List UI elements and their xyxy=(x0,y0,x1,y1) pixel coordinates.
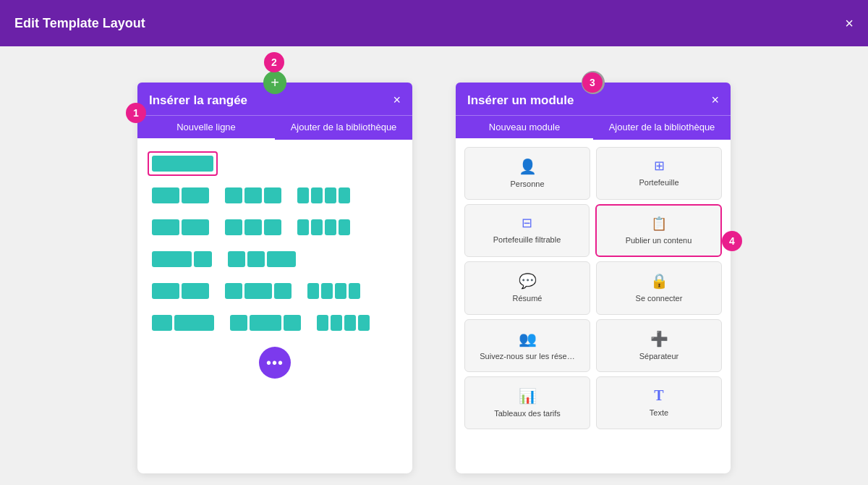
insert-row-panel: 2 + Insérer la rangée × Nouvelle ligne A… xyxy=(137,83,412,473)
module-row-3: 💬 Résumé 🔒 Se connecter xyxy=(464,261,722,314)
insert-row-title: Insérer la rangée xyxy=(149,93,247,108)
grid-row-1 xyxy=(148,151,402,176)
module-portefeuille[interactable]: ⊞ Portefeuille xyxy=(596,147,722,200)
module-tarifs-label: Tableaux des tarifs xyxy=(494,409,561,418)
tab-nouvelle-ligne[interactable]: Nouvelle ligne xyxy=(137,116,275,140)
pricing-icon: 📊 xyxy=(519,387,537,405)
module-resume[interactable]: 💬 Résumé xyxy=(464,261,590,314)
layout-3col-e[interactable] xyxy=(226,311,305,335)
tab-nouveau-module[interactable]: Nouveau module xyxy=(456,116,593,140)
module-grid: 👤 Personne ⊞ Portefeuille ⊟ Portefeuille… xyxy=(456,140,731,445)
step-badge-1: 1 xyxy=(126,103,146,123)
layout-3col-b[interactable] xyxy=(221,215,286,240)
add-row-button[interactable]: + xyxy=(263,71,286,94)
module-row-5: 📊 Tableaux des tarifs T Texte xyxy=(464,376,722,429)
grid-layout-options xyxy=(137,140,412,354)
page-title: Edit Template Layout xyxy=(14,16,145,31)
text-icon: T xyxy=(654,387,663,404)
social-icon: 👥 xyxy=(519,330,537,347)
app-header: Edit Template Layout × xyxy=(0,0,868,46)
module-resume-label: Résumé xyxy=(513,294,542,303)
layout-1col[interactable] xyxy=(148,151,218,176)
filtered-portfolio-icon: ⊟ xyxy=(522,215,532,231)
module-personne-label: Personne xyxy=(510,180,544,189)
layout-2col-e[interactable] xyxy=(148,311,218,335)
portfolio-icon: ⊞ xyxy=(654,158,665,174)
separator-icon: ➕ xyxy=(650,330,668,347)
module-publier-contenu[interactable]: 📋 Publier un contenu xyxy=(595,204,722,257)
grid-row-6 xyxy=(148,311,402,335)
grid-row-3 xyxy=(148,215,402,240)
module-tableaux-tarifs[interactable]: 📊 Tableaux des tarifs xyxy=(464,376,590,429)
step-badge-3: 3 xyxy=(582,72,603,93)
right-panel-wrapper: 3 + Insérer un module × Nouveau module A… xyxy=(456,83,731,473)
layout-2col-d[interactable] xyxy=(148,279,213,303)
module-separateur[interactable]: ➕ Séparateur xyxy=(596,319,722,372)
tab-ajouter-bibliotheque-left[interactable]: Ajouter de la bibliothèque xyxy=(275,116,412,140)
insert-row-tabs: Nouvelle ligne Ajouter de la bibliothèqu… xyxy=(137,115,412,140)
close-button[interactable]: × xyxy=(845,16,854,30)
step-badge-2: 2 xyxy=(264,52,284,72)
module-texte-label: Texte xyxy=(650,408,668,418)
module-suivez-nous[interactable]: 👥 Suivez-nous sur les rése… xyxy=(464,319,590,372)
grid-row-5 xyxy=(148,279,402,303)
layout-4col-a[interactable] xyxy=(293,183,354,208)
module-separateur-label: Séparateur xyxy=(639,352,678,361)
left-panel-wrapper: 1 2 + Insérer la rangée × Nouvelle ligne… xyxy=(137,83,412,473)
publish-icon: 📋 xyxy=(651,216,667,232)
grid-row-2 xyxy=(148,183,402,208)
insert-module-panel: + Insérer un module × Nouveau module Ajo… xyxy=(456,83,731,473)
layout-4col-c[interactable] xyxy=(303,279,365,303)
module-texte[interactable]: T Texte xyxy=(596,376,722,429)
module-connecter-label: Se connecter xyxy=(636,294,683,303)
block-1col xyxy=(152,156,213,172)
layout-2col-a[interactable] xyxy=(148,183,213,208)
login-icon: 🔒 xyxy=(650,272,668,290)
grid-row-4 xyxy=(148,247,402,271)
module-publier-label: Publier un contenu xyxy=(626,236,692,245)
module-suivez-label: Suivez-nous sur les rése… xyxy=(480,352,574,361)
close-insert-row[interactable]: × xyxy=(393,93,401,108)
step-badge-4: 4 xyxy=(722,231,742,251)
resume-icon: 💬 xyxy=(519,272,537,290)
module-filtrable-label: Portefeuille filtrable xyxy=(493,235,561,245)
person-icon: 👤 xyxy=(519,158,537,175)
layout-3col-d[interactable] xyxy=(221,279,296,303)
tab-ajouter-bibliotheque-right[interactable]: Ajouter de la bibliothèque xyxy=(593,116,731,140)
layout-2col-c[interactable] xyxy=(148,247,216,271)
module-personne[interactable]: 👤 Personne xyxy=(464,147,590,200)
close-insert-module[interactable]: × xyxy=(711,93,719,108)
layout-3col-a[interactable] xyxy=(221,183,286,208)
module-se-connecter[interactable]: 🔒 Se connecter xyxy=(596,261,722,314)
module-row-1: 👤 Personne ⊞ Portefeuille xyxy=(464,147,722,200)
module-portefeuille-filtrable[interactable]: ⊟ Portefeuille filtrable xyxy=(464,204,590,257)
layout-4col-d[interactable] xyxy=(312,311,374,335)
module-row-2: ⊟ Portefeuille filtrable 📋 Publier un co… xyxy=(464,204,722,257)
dots-menu-button[interactable]: ••• xyxy=(259,347,291,379)
layout-4col-b[interactable] xyxy=(293,215,354,240)
module-row-4: 👥 Suivez-nous sur les rése… ➕ Séparateur xyxy=(464,319,722,372)
insert-module-tabs: Nouveau module Ajouter de la bibliothèqu… xyxy=(456,115,731,140)
insert-module-title: Insérer un module xyxy=(467,93,574,108)
main-content: 1 2 + Insérer la rangée × Nouvelle ligne… xyxy=(0,46,868,485)
layout-3col-c[interactable] xyxy=(224,247,300,271)
module-portefeuille-label: Portefeuille xyxy=(639,178,678,187)
layout-2col-b[interactable] xyxy=(148,215,213,240)
